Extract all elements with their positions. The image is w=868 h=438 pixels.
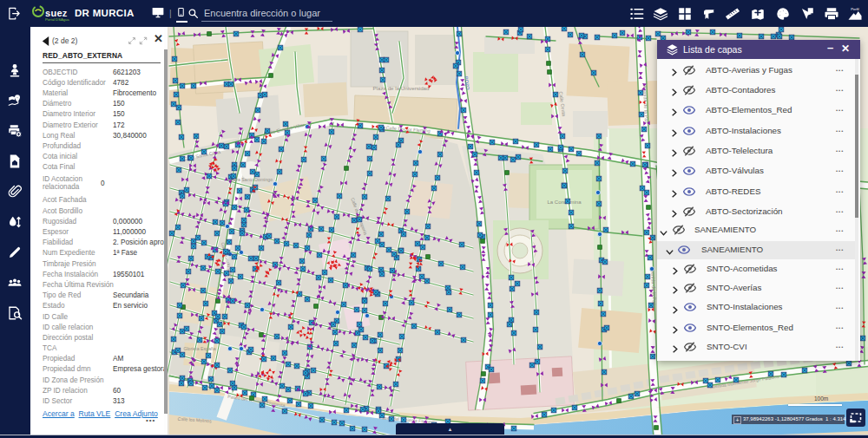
svg-text:Perfil: Perfil [851,7,858,11]
svg-text:La Condomina: La Condomina [547,199,582,205]
svg-text:Plaza de la Universidad: Plaza de la Universidad [372,85,430,91]
svg-text:Glorieta España: Glorieta España [183,346,215,351]
